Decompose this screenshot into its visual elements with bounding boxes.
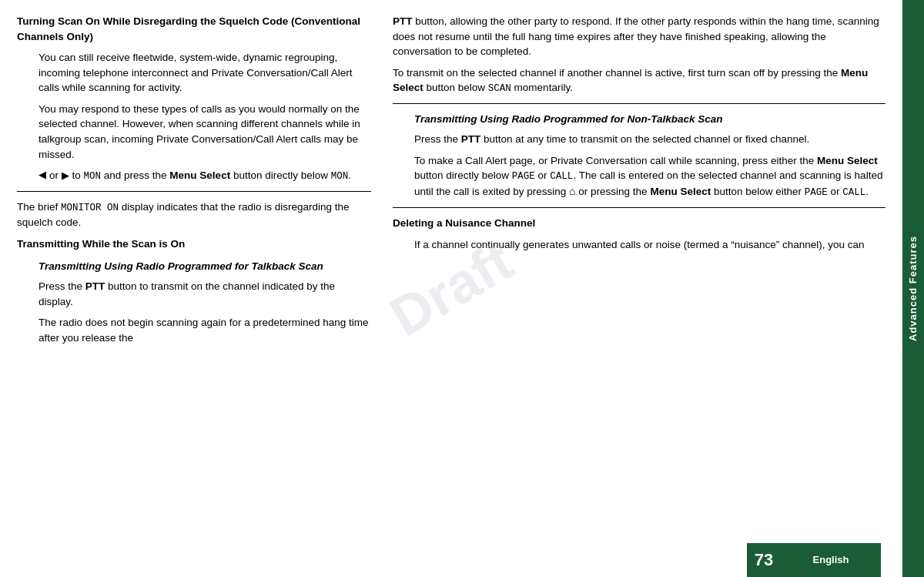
home-icon: ⌂	[569, 183, 575, 199]
non-tb-para-1: Press the PTT button at any time to tran…	[414, 132, 886, 147]
right-arrow-icon: ▶	[62, 169, 69, 181]
para-2: You may respond to these types of calls …	[38, 102, 371, 162]
ptt-bold-non-tb: PTT	[461, 133, 481, 145]
monitor-on-code: MONITOR ON	[61, 203, 119, 213]
menu-select-bold-1: Menu Select	[169, 169, 230, 181]
deleting-section: If a channel continually generates unwan…	[414, 237, 886, 253]
talkback-section: Transmitting Using Radio Programmed for …	[38, 259, 371, 345]
right-column: PTT button, allowing the other party to …	[393, 14, 886, 563]
talkback-para-2: The radio does not begin scanning again …	[38, 315, 371, 345]
transmitting-heading: Transmitting While the Scan is On	[17, 237, 371, 252]
divider-2	[393, 103, 886, 104]
para-1: You can still receive fleetwide, system-…	[38, 50, 371, 96]
arrow-text: or ▶ to MON and press the Menu Select bu…	[49, 168, 351, 183]
page-code-2: PAGE	[805, 187, 828, 198]
monitor-para: The brief MONITOR ON display indicates t…	[17, 200, 371, 230]
main-heading: Turning Scan On While Disregarding the S…	[17, 14, 371, 44]
deleting-heading: Deleting a Nuisance Channel	[393, 216, 886, 231]
menu-select-bold-3: Menu Select	[817, 155, 878, 166]
side-tab-advanced-features: Advanced Features	[902, 0, 924, 577]
indent-section-1: You can still receive fleetwide, system-…	[38, 50, 371, 162]
page-code-1: PAGE	[512, 171, 535, 182]
menu-select-bold-4: Menu Select	[650, 186, 711, 197]
ptt-continue-para: PTT button, allowing the other party to …	[393, 14, 886, 59]
arrow-instruction: ◀ or ▶ to MON and press the Menu Select …	[38, 168, 371, 183]
transmit-selected-para: To transmit on the selected channel if a…	[393, 65, 886, 96]
talkback-heading: Transmitting Using Radio Programmed for …	[38, 259, 371, 274]
call-code-2: CALL	[842, 187, 865, 198]
talkback-para-1: Press the PTT button to transmit on the …	[38, 279, 371, 309]
left-column: Turning Scan On While Disregarding the S…	[17, 14, 371, 563]
non-talkback-heading: Transmitting Using Radio Programmed for …	[414, 112, 886, 127]
ptt-bold-left: PTT	[85, 280, 105, 292]
language-label: English	[781, 543, 881, 577]
ptt-bold-right: PTT	[393, 15, 413, 27]
non-tb-para-2: To make a Call Alert page, or Private Co…	[414, 153, 886, 200]
scan-code: SCAN	[488, 83, 511, 94]
page-number: 73	[747, 543, 781, 577]
non-talkback-section: Transmitting Using Radio Programmed for …	[414, 112, 886, 200]
divider-1	[17, 191, 371, 192]
left-arrow-icon: ◀	[38, 168, 46, 183]
deleting-para: If a channel continually generates unwan…	[414, 237, 886, 253]
menu-select-bold-2: Menu Select	[393, 67, 868, 94]
call-code-1: CALL	[550, 171, 573, 182]
divider-3	[393, 207, 886, 208]
mon-code-1: MON	[84, 171, 102, 182]
mon-code-2: MON	[331, 171, 349, 182]
